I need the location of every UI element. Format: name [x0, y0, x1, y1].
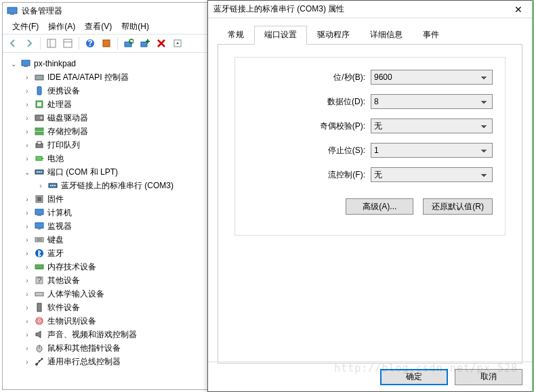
svg-text:?: ? — [87, 39, 92, 48]
ide-icon — [34, 72, 45, 83]
tab-details[interactable]: 详细信息 — [360, 26, 413, 45]
expand-icon[interactable]: › — [23, 101, 31, 108]
expand-icon[interactable]: › — [37, 182, 45, 190]
expand-icon[interactable]: › — [23, 250, 31, 257]
expand-icon[interactable]: › — [23, 358, 31, 366]
port-settings-group: 位/秒(B): 9600 数据位(D): 8 奇偶校验(P): 无 停止位(S)… — [234, 57, 506, 236]
cancel-button[interactable]: 取消 — [455, 369, 522, 385]
tab-content: 位/秒(B): 9600 数据位(D): 8 奇偶校验(P): 无 停止位(S)… — [218, 45, 522, 364]
mouse-icon — [34, 343, 45, 353]
svg-point-34 — [54, 185, 56, 186]
tree-node-label: IDE ATA/ATAPI 控制器 — [47, 72, 129, 83]
svg-rect-14 — [24, 66, 28, 67]
menu-action[interactable]: 操作(A) — [44, 20, 79, 34]
show-hide-tree-button[interactable] — [44, 36, 59, 51]
tree-node-label: 内存技术设备 — [47, 261, 96, 273]
properties-button[interactable] — [60, 36, 75, 51]
svg-rect-22 — [35, 132, 43, 135]
action-button[interactable] — [99, 36, 114, 51]
update-driver-button[interactable] — [170, 36, 185, 51]
bluetooth-icon — [34, 248, 45, 259]
monitor-icon — [34, 221, 45, 232]
svg-rect-26 — [42, 158, 43, 159]
advanced-button[interactable]: 高级(A)... — [346, 198, 413, 215]
add-hardware-button[interactable] — [138, 36, 152, 51]
svg-rect-39 — [35, 223, 43, 228]
uninstall-button[interactable] — [154, 36, 169, 51]
close-button[interactable]: ✕ — [505, 1, 532, 18]
parity-select[interactable]: 无 — [371, 118, 493, 133]
flow-label: 流控制(F): — [328, 169, 365, 181]
port-icon — [47, 180, 58, 191]
print-icon — [34, 139, 45, 150]
expand-icon[interactable]: ⌄ — [23, 169, 31, 176]
databits-label: 数据位(D): — [327, 96, 365, 108]
expand-icon[interactable]: › — [23, 277, 31, 284]
menu-help[interactable]: 帮助(H) — [117, 20, 153, 34]
menu-view[interactable]: 查看(V) — [81, 20, 116, 34]
svg-rect-1 — [10, 14, 14, 15]
expand-icon[interactable]: › — [23, 345, 31, 352]
svg-rect-24 — [37, 141, 41, 144]
prop-title: 蓝牙链接上的标准串行 (COM3) 属性 — [213, 3, 505, 15]
expand-icon[interactable]: › — [23, 209, 31, 217]
prop-body: 常规 端口设置 驱动程序 详细信息 事件 位/秒(B): 9600 数据位(D)… — [208, 18, 532, 362]
hid-icon — [34, 288, 45, 299]
toolbar-sep — [117, 37, 118, 49]
tree-node-label: 其他设备 — [47, 275, 80, 286]
tree-node-label: 端口 (COM 和 LPT) — [47, 167, 118, 178]
svg-rect-16 — [37, 87, 41, 95]
usb-icon — [34, 356, 45, 367]
tab-driver[interactable]: 驱动程序 — [307, 26, 360, 45]
svg-rect-4 — [64, 39, 72, 47]
tree-node-label: 鼠标和其他指针设备 — [47, 343, 121, 354]
tab-port-settings[interactable]: 端口设置 — [254, 26, 307, 45]
expand-icon[interactable]: › — [23, 114, 31, 122]
tree-node-label: 磁盘驱动器 — [47, 112, 88, 124]
flow-select[interactable]: 无 — [371, 167, 493, 182]
expand-icon[interactable]: › — [23, 331, 31, 339]
expand-icon[interactable]: › — [23, 141, 31, 149]
expand-icon[interactable]: › — [23, 290, 31, 298]
expand-icon[interactable]: › — [23, 196, 31, 203]
svg-rect-40 — [38, 228, 41, 230]
svg-text:?: ? — [37, 276, 42, 285]
tree-node-label: 电池 — [47, 153, 64, 165]
expand-icon[interactable]: › — [23, 87, 31, 95]
tree-node-label: 计算机 — [47, 207, 72, 219]
svg-rect-41 — [35, 238, 43, 242]
toolbar-sep — [40, 37, 41, 49]
expand-icon[interactable]: › — [23, 304, 31, 311]
stopbits-select[interactable]: 1 — [371, 143, 493, 158]
stopbits-label: 停止位(S): — [328, 145, 365, 156]
tree-node-label: 蓝牙 — [47, 248, 64, 259]
databits-select[interactable]: 8 — [371, 94, 493, 109]
tab-general[interactable]: 常规 — [218, 26, 254, 45]
portable-icon — [34, 85, 45, 96]
tree-node-label: 键盘 — [47, 234, 64, 246]
baud-select[interactable]: 9600 — [371, 70, 493, 85]
prop-footer: 确定 取消 — [208, 362, 532, 391]
help-button[interactable]: ? — [83, 36, 98, 51]
memory-icon — [34, 261, 45, 272]
expand-icon[interactable]: › — [23, 128, 31, 135]
menu-file[interactable]: 文件(F) — [8, 20, 43, 34]
tree-node-label: 打印队列 — [47, 139, 80, 151]
expand-icon[interactable]: › — [23, 263, 31, 271]
tree-node-label: 人体学输入设备 — [47, 288, 104, 300]
forward-button[interactable] — [22, 36, 37, 51]
back-button[interactable] — [5, 36, 20, 51]
ok-button[interactable]: 确定 — [380, 369, 448, 385]
computer-icon — [20, 58, 31, 69]
expand-icon[interactable]: › — [23, 236, 31, 244]
scan-hardware-button[interactable] — [121, 36, 136, 51]
restore-defaults-button[interactable]: 还原默认值(R) — [423, 198, 493, 215]
expand-icon[interactable]: › — [23, 74, 31, 81]
expand-icon[interactable]: › — [23, 223, 31, 230]
expand-icon[interactable]: › — [23, 155, 31, 162]
devmgr-icon — [7, 5, 18, 16]
collapse-icon[interactable]: ⌄ — [9, 60, 18, 68]
expand-icon[interactable]: › — [23, 318, 31, 325]
disk-icon — [34, 112, 45, 123]
tab-events[interactable]: 事件 — [413, 26, 449, 45]
